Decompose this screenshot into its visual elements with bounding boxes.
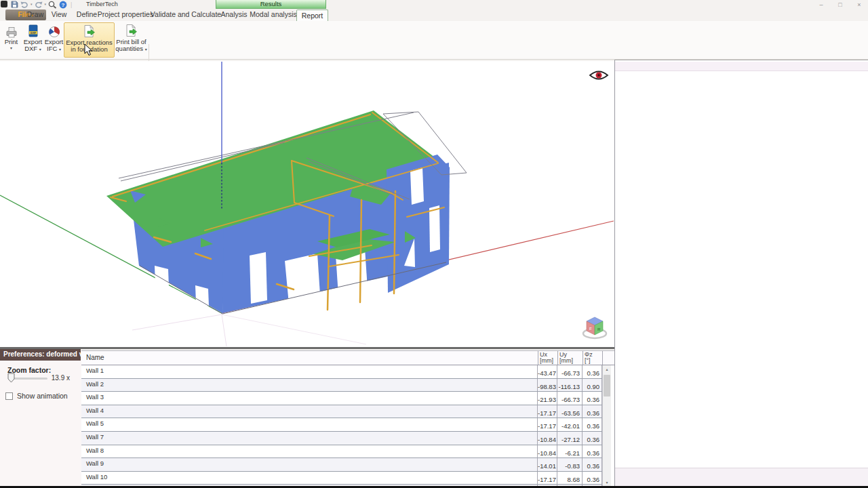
table-row[interactable]: Wall 8 -10.84 -6.21 0.36	[81, 445, 602, 459]
tab-view[interactable]: View	[52, 10, 67, 18]
tab-project-properties[interactable]: Project properties	[98, 10, 153, 18]
scroll-down-icon[interactable]: ▾	[603, 479, 611, 486]
ifc-icon	[48, 22, 60, 38]
wall-name-cell: Wall 9	[81, 458, 538, 471]
table-row[interactable]: Wall 7 -10.84 -27.12 0.36	[81, 432, 602, 445]
table-row[interactable]: Wall 5 -17.17 -42.01 0.36	[81, 418, 602, 432]
undo-dropdown-icon[interactable]: ▾	[31, 3, 33, 6]
save-icon[interactable]	[11, 1, 18, 9]
show-animation-label: Show animation	[17, 392, 68, 400]
table-row[interactable]: Wall 1 -43.47 -66.73 0.36	[81, 365, 602, 379]
show-animation-checkbox[interactable]	[5, 392, 13, 400]
toolbar-separator: |	[71, 1, 72, 8]
wall-name-cell: Wall 10	[81, 472, 538, 485]
ux-value-cell: -43.47	[538, 365, 557, 378]
export-dxf-button[interactable]: DXF Export DXF ▾	[22, 22, 44, 58]
model-viewport[interactable]: F R	[0, 61, 614, 347]
undo-icon[interactable]	[20, 1, 28, 9]
tab-modal-analysis[interactable]: Modal analysis	[250, 10, 296, 18]
wall-name-cell: Wall 5	[81, 418, 538, 431]
window-controls: – □ ×	[816, 0, 864, 9]
zoom-search-icon[interactable]	[48, 1, 57, 9]
table-row[interactable]: Wall 9 -14.01 -0.83 0.36	[81, 458, 602, 472]
export-ifc-button[interactable]: Export IFC ▾	[45, 22, 63, 58]
print-bill-dropdown-icon[interactable]: ▾	[145, 47, 147, 52]
ux-value-cell: -17.17	[538, 472, 557, 485]
uy-value-cell: -66.73	[557, 365, 583, 378]
column-header-phiz[interactable]: Φz[°]	[583, 352, 593, 365]
uy-value-cell: -63.56	[557, 405, 583, 418]
right-panel-footer	[615, 468, 868, 486]
tab-validate-and-calculate[interactable]: Validate and Calculate	[151, 10, 221, 18]
ux-value-cell: -17.17	[538, 405, 557, 418]
phiz-value-cell: 0.36	[583, 458, 602, 471]
uy-value-cell: -42.01	[557, 418, 583, 431]
app-icon[interactable]	[1, 1, 7, 7]
ux-value-cell: -21.93	[538, 392, 557, 405]
column-header-uy[interactable]: Uy[mm]	[557, 352, 573, 365]
navigation-cube[interactable]: F R	[580, 316, 611, 340]
table-row[interactable]: Wall 3 -21.93 -66.73 0.36	[81, 392, 602, 405]
zoom-slider-thumb[interactable]	[7, 373, 15, 386]
wall-results-table: Name Ux[mm] Uy[mm] Φz[°] Wall 1 -43.47 -…	[81, 350, 614, 486]
scrollbar-thumb[interactable]	[604, 375, 610, 396]
uy-value-cell: 8.68	[557, 472, 583, 485]
wall-name-cell: Wall 3	[81, 392, 538, 405]
printer-icon	[5, 22, 18, 38]
window-title: TimberTech	[86, 1, 118, 7]
horizontal-splitter[interactable]	[0, 347, 614, 349]
table-row[interactable]: Wall 10 -17.17 8.68 0.36	[81, 472, 602, 485]
title-bar: ▾ ▾ ? | TimberTech Results – □ ×	[0, 0, 868, 9]
uy-value-cell: -27.12	[557, 432, 583, 445]
ux-value-cell: -98.83	[538, 379, 557, 392]
tab-analysis[interactable]: Analysis	[220, 10, 247, 18]
column-header-ux[interactable]: Ux[mm]	[538, 352, 553, 365]
ribbon-report: Print ▾ DXF Export DXF ▾ Export IFC ▾ Ex…	[0, 21, 868, 60]
phiz-value-cell: 0.90	[583, 379, 602, 392]
table-scrollbar[interactable]: ▴ ▾	[602, 365, 611, 486]
dxf-file-icon: DXF	[27, 22, 39, 38]
ux-value-cell: -10.84	[538, 445, 557, 458]
export-page-green-arrow-icon	[82, 23, 97, 39]
ux-value-cell: -10.84	[538, 432, 557, 445]
model-3d-view[interactable]	[0, 61, 614, 347]
minimize-button[interactable]: –	[816, 1, 826, 8]
column-header-name[interactable]: Name	[86, 354, 104, 361]
print-dropdown-icon[interactable]: ▾	[10, 45, 12, 50]
tab-report-active[interactable]: Report	[296, 9, 328, 22]
table-row[interactable]: Wall 4 -17.17 -63.56 0.36	[81, 405, 602, 419]
svg-text:F: F	[589, 327, 592, 331]
preferences-panel: Preferences: deformed view Zoom factor: …	[0, 349, 81, 486]
help-icon[interactable]: ?	[59, 1, 67, 9]
maximize-button[interactable]: □	[835, 1, 845, 8]
print-button[interactable]: Print ▾	[1, 22, 21, 58]
print-bill-button[interactable]: Print bill of quantities ▾	[115, 22, 147, 58]
wall-name-cell: Wall 2	[81, 379, 538, 392]
preferences-header: Preferences: deformed view	[0, 349, 81, 361]
scroll-up-icon[interactable]: ▴	[603, 365, 611, 373]
export-ifc-dropdown-icon[interactable]: ▾	[59, 47, 61, 52]
wall-name-cell: Wall 1	[81, 365, 538, 378]
visibility-eye-icon[interactable]	[589, 68, 609, 83]
ux-value-cell: -14.01	[538, 458, 557, 471]
export-dxf-dropdown-icon[interactable]: ▾	[39, 47, 41, 52]
zoom-factor-value: 13.9 x	[41, 374, 70, 382]
wall-name-cell: Wall 7	[81, 432, 538, 445]
table-row[interactable]: Wall 2 -98.83 -116.13 0.90	[81, 379, 602, 392]
table-header: Name Ux[mm] Uy[mm] Φz[°]	[81, 351, 614, 365]
svg-text:R: R	[597, 327, 601, 331]
uy-value-cell: -66.73	[557, 392, 583, 405]
contextual-tab-group-results: Results	[216, 0, 326, 9]
quick-access-toolbar: ▾ ▾ ? |	[11, 0, 73, 9]
redo-icon[interactable]	[35, 1, 43, 9]
redo-dropdown-icon[interactable]: ▾	[45, 3, 47, 6]
tab-define[interactable]: Define	[77, 10, 97, 18]
phiz-value-cell: 0.36	[583, 418, 602, 431]
bill-page-green-arrow-icon	[124, 22, 139, 38]
application-window: ▾ ▾ ? | TimberTech Results – □ × File ▾ …	[0, 0, 868, 488]
right-panel-header	[615, 62, 868, 71]
tab-draw[interactable]: Draw	[27, 10, 44, 18]
close-button[interactable]: ×	[854, 1, 864, 8]
ux-value-cell: -17.17	[538, 418, 557, 431]
export-reactions-button[interactable]: Export reactions in foundation	[64, 22, 115, 58]
